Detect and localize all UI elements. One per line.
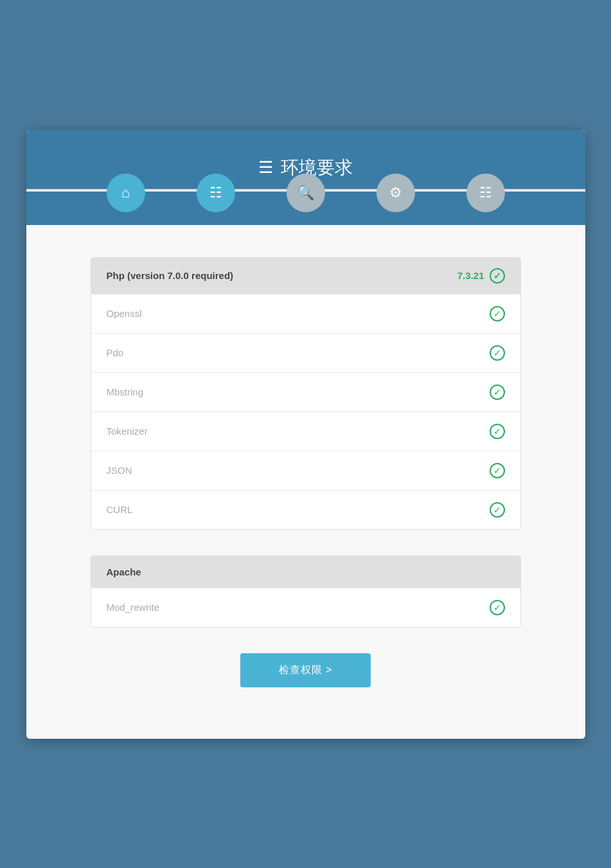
row-label-curl: CURL bbox=[107, 504, 133, 515]
list-step-icon: ☷ bbox=[209, 185, 222, 201]
step-doc[interactable]: ☷ bbox=[466, 174, 505, 212]
row-label-mod-rewrite: Mod_rewrite bbox=[107, 602, 160, 613]
step-home[interactable]: ⌂ bbox=[107, 174, 145, 212]
gear-icon: ⚙ bbox=[389, 185, 402, 201]
table-row: Mbstring ✓ bbox=[91, 372, 520, 411]
apache-table-header: Apache bbox=[91, 556, 520, 588]
php-version: 7.3.21 ✓ bbox=[457, 268, 505, 284]
card-body: Php (version 7.0.0 required) 7.3.21 ✓ Op… bbox=[26, 225, 585, 739]
step-list[interactable]: ☷ bbox=[197, 174, 235, 212]
search-icon: 🔍 bbox=[297, 185, 314, 201]
row-label-json: JSON bbox=[107, 465, 132, 476]
check-icon-mbstring: ✓ bbox=[490, 384, 505, 400]
main-card: ☰ 环境要求 ⌂ ☷ 🔍 ⚙ ☷ Php (version bbox=[26, 130, 585, 739]
step-search[interactable]: 🔍 bbox=[287, 174, 325, 212]
check-icon-openssl: ✓ bbox=[490, 306, 505, 321]
step-gear[interactable]: ⚙ bbox=[376, 174, 415, 212]
check-icon-pdo: ✓ bbox=[490, 345, 505, 361]
row-label-openssl: Openssl bbox=[107, 308, 142, 319]
apache-header-label: Apache bbox=[107, 566, 141, 577]
check-icon-mod-rewrite: ✓ bbox=[490, 600, 505, 615]
card-header: ☰ 环境要求 ⌂ ☷ 🔍 ⚙ ☷ bbox=[26, 130, 585, 225]
table-row: Pdo ✓ bbox=[91, 333, 520, 372]
steps-container: ⌂ ☷ 🔍 ⚙ ☷ bbox=[26, 174, 585, 212]
php-check-icon: ✓ bbox=[490, 268, 505, 284]
table-row: JSON ✓ bbox=[91, 451, 520, 490]
row-label-tokenizer: Tokenizer bbox=[107, 426, 148, 437]
home-icon: ⌂ bbox=[121, 185, 130, 201]
row-label-mbstring: Mbstring bbox=[107, 386, 144, 397]
check-icon-tokenizer: ✓ bbox=[490, 424, 505, 439]
footer-space: 检查权限 > bbox=[91, 653, 521, 707]
table-row: Tokenizer ✓ bbox=[91, 411, 520, 451]
apache-section-table: Apache Mod_rewrite ✓ bbox=[91, 556, 521, 628]
next-button[interactable]: 检查权限 > bbox=[240, 653, 371, 687]
table-row: Openssl ✓ bbox=[91, 294, 520, 333]
doc-icon: ☷ bbox=[479, 185, 492, 201]
row-label-pdo: Pdo bbox=[107, 347, 124, 358]
php-header-label: Php (version 7.0.0 required) bbox=[107, 270, 234, 281]
php-version-number: 7.3.21 bbox=[457, 270, 484, 281]
table-row: Mod_rewrite ✓ bbox=[91, 588, 520, 627]
php-section-table: Php (version 7.0.0 required) 7.3.21 ✓ Op… bbox=[91, 257, 521, 530]
php-table-header: Php (version 7.0.0 required) 7.3.21 ✓ bbox=[91, 258, 520, 294]
check-icon-json: ✓ bbox=[490, 463, 505, 478]
check-icon-curl: ✓ bbox=[490, 502, 505, 518]
table-row: CURL ✓ bbox=[91, 490, 520, 529]
